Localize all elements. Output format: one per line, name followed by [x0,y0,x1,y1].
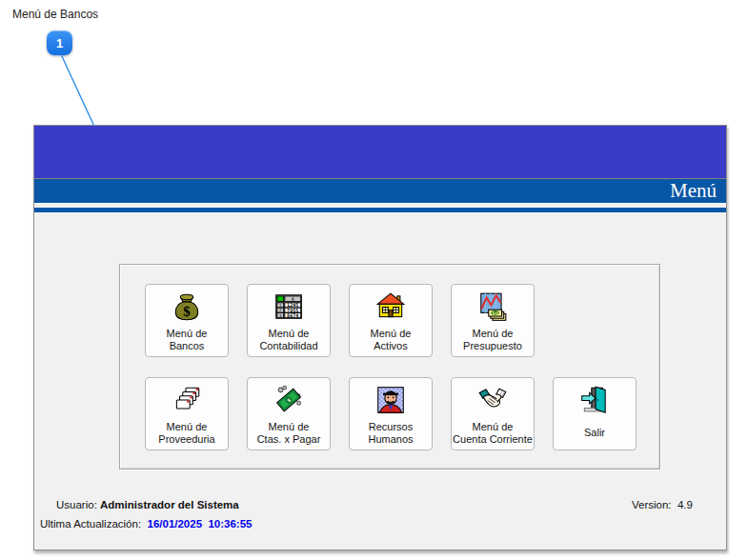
menu-bancos-button[interactable]: $ Menú deBancos [145,284,229,357]
menu-btn-label: Menú deCuenta Corriente [453,419,533,450]
usuario-label: Usuario: [56,499,100,510]
handshake-icon [476,378,509,419]
menu-recursos-humanos-button[interactable]: RecursosHumanos [349,377,433,450]
menu-btn-label: Menú deProveeduria [158,419,214,450]
menu-presupuesto-button[interactable]: 50 Menú dePresupuesto [451,284,535,357]
svg-text:1: 1 [279,303,282,308]
menu-btn-label: RecursosHumanos [368,419,413,450]
callout-tooltip-label: Menú de Bancos [12,8,98,21]
menu-cuenta-corriente-button[interactable]: Menú deCuenta Corriente [451,377,535,450]
svg-text:2: 2 [279,308,282,312]
spreadsheet-icon: A 1 1245 2 7855 3 8674 [273,285,305,326]
svg-text:A: A [292,296,294,302]
salir-button[interactable]: Salir [553,377,637,450]
menu-btn-label: Salir [584,419,605,450]
version-value: 4.9 [677,499,693,510]
svg-text:8674: 8674 [287,312,298,318]
menu-btn-label: Menú deActivos [371,326,412,356]
menu-title-bar: Menú [34,178,726,204]
menu-btn-label: Menú dePresupuesto [463,326,522,356]
app-window: Menú $ Menú deBancos [33,125,727,550]
svg-text:3: 3 [279,313,282,318]
exit-door-icon [578,378,611,419]
version-label: Version: [632,499,677,510]
dollar-bill-icon: $ [273,378,305,419]
menu-btn-label: Menú deContabilidad [259,326,317,356]
menu-ctas-pagar-button[interactable]: $ Menú deCtas. x Pagar [247,377,331,450]
version-line: Version: 4.9 [632,499,693,510]
menu-button-panel: $ Menú deBancos A 1 1245 [119,264,660,470]
svg-text:$: $ [183,304,191,319]
usuario-line: Usuario: Administrador del Sistema [56,499,239,510]
money-bag-icon: $ [171,285,203,326]
menu-proveeduria-button[interactable]: Menú deProveeduria [145,377,229,450]
header-band [34,126,726,178]
menu-contabilidad-button[interactable]: A 1 1245 2 7855 3 8674 Menú deContabilid… [247,284,331,357]
menu-activos-button[interactable]: Menú deActivos [349,284,433,357]
svg-text:50: 50 [492,311,498,316]
menu-btn-label: Menú deCtas. x Pagar [257,419,321,450]
callout-badge-1: 1 [47,30,72,55]
house-icon [374,285,407,326]
person-icon [374,378,407,419]
actualizacion-label: Ultima Actualización: [40,518,148,530]
actualizacion-value: 16/01/2025 10:36:55 [148,518,253,530]
accent-strip [34,208,726,212]
actualizacion-line: Ultima Actualización: 16/01/2025 10:36:5… [40,518,252,530]
menu-btn-label: Menú deBancos [167,326,208,356]
usuario-value: Administrador del Sistema [100,499,239,510]
budget-chart-icon: 50 [476,285,509,326]
documents-stack-icon [171,378,203,419]
